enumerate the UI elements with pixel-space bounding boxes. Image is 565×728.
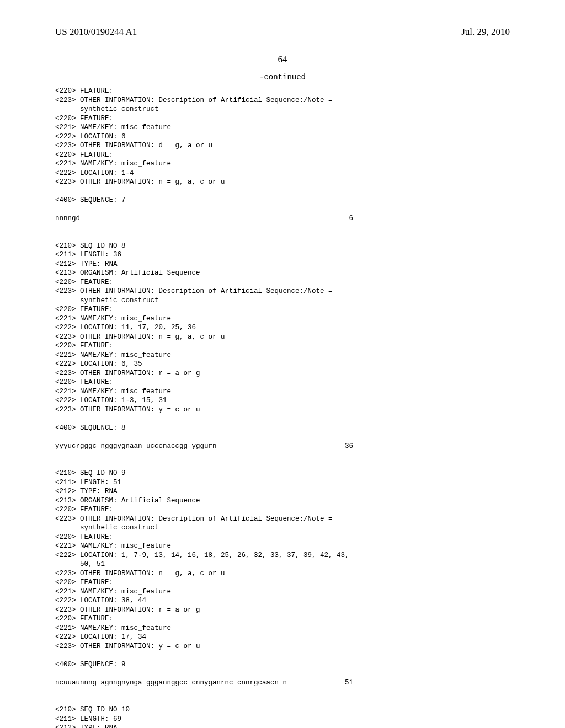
continued-label: -continued	[39, 73, 526, 82]
publication-number: US 2010/0190244 A1	[55, 26, 137, 38]
publication-date: Jul. 29, 2010	[461, 26, 510, 38]
sequence-listing: <220> FEATURE: <223> OTHER INFORMATION: …	[39, 87, 526, 728]
page-header: US 2010/0190244 A1 Jul. 29, 2010	[39, 26, 526, 38]
page-number: 64	[39, 54, 526, 65]
horizontal-rule	[55, 83, 510, 83]
page: US 2010/0190244 A1 Jul. 29, 2010 64 -con…	[0, 0, 565, 728]
